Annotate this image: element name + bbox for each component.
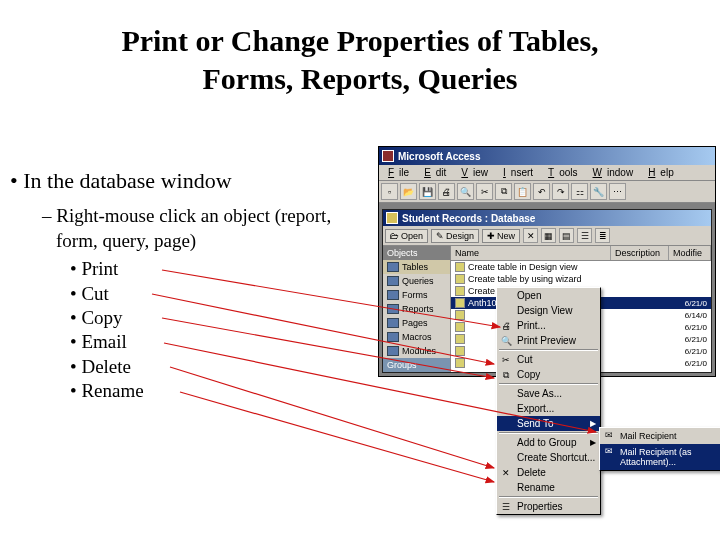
ctx-design-view[interactable]: Design View [497,303,600,318]
toolbar-undo-icon[interactable]: ↶ [533,183,550,200]
hdr-mod[interactable]: Modifie [669,246,711,260]
sendto-submenu: ✉Mail Recipient✉Mail Recipient (as Attac… [599,427,720,471]
sub-bullet-delete: Delete [70,355,370,379]
menu-icon [500,418,512,430]
menu-icon [500,452,512,464]
toolbar-copy-icon[interactable]: ⧉ [495,183,512,200]
toolbar-more-icon[interactable]: ⋯ [609,183,626,200]
db-design-button[interactable]: ✎ Design [431,229,479,243]
toolbar-print-icon[interactable]: 🖨 [438,183,455,200]
sub-dash: – Right-mouse click an object (report, f… [42,204,370,253]
database-titlebar: Student Records : Database [383,210,711,226]
obj-macros[interactable]: Macros [383,330,450,344]
ctx-send-to[interactable]: Send To▶ [497,416,600,431]
hdr-desc[interactable]: Description [611,246,669,260]
toolbar-redo-icon[interactable]: ↷ [552,183,569,200]
ctx-add-to-group[interactable]: Add to Group▶ [497,435,600,450]
app-titlebar: Microsoft Access [379,147,715,165]
menu-icon [500,290,512,302]
table-icon [455,274,465,284]
ctx-create-shortcut[interactable]: Create Shortcut... [497,450,600,465]
list-item[interactable]: Create table in Design view [451,261,711,273]
menu-icon [500,437,512,449]
table-icon [455,334,465,344]
toolbar-save-icon[interactable]: 💾 [419,183,436,200]
ctx-open[interactable]: Open [497,288,600,303]
queries-icon [387,276,399,286]
obj-queries[interactable]: Queries [383,274,450,288]
ctx-print-preview[interactable]: 🔍Print Preview [497,333,600,348]
db-icon [386,212,398,224]
menu-edit[interactable]: Edit [419,167,456,178]
forms-icon [387,290,399,300]
sub-bullet-print: Print [70,257,370,281]
menu-icon [500,482,512,494]
table-icon [455,298,465,308]
sub-bullet-cut: Cut [70,282,370,306]
bullet-main: In the database window [10,168,370,194]
ctx-rename[interactable]: Rename [497,480,600,495]
db-delete-icon[interactable]: ✕ [523,228,538,243]
db-view-list-icon[interactable]: ☰ [577,228,592,243]
toolbar-analyze-icon[interactable]: 🔧 [590,183,607,200]
svg-line-5 [180,392,494,482]
menu-insert[interactable]: Insert [498,167,543,178]
menu-window[interactable]: Window [588,167,644,178]
objects-panel: Objects Tables Queries Forms Reports Pag… [383,246,451,372]
db-toolbar: 🗁 Open ✎ Design ✚ New ✕ ▦ ▤ ☰ ≣ [383,226,711,246]
mail-icon: ✉ [603,430,615,442]
obj-forms[interactable]: Forms [383,288,450,302]
hdr-name[interactable]: Name [451,246,611,260]
toolbar-preview-icon[interactable]: 🔍 [457,183,474,200]
toolbar-new-icon[interactable]: ▫ [381,183,398,200]
db-new-button[interactable]: ✚ New [482,229,520,243]
sub-bullet-copy: Copy [70,306,370,330]
sendto-mail-recipient-as-attachment[interactable]: ✉Mail Recipient (as Attachment)... [600,444,720,470]
sub-block: – Right-mouse click an object (report, f… [42,204,370,403]
db-view-small-icon[interactable]: ▤ [559,228,574,243]
table-icon [455,286,465,296]
menu-icon [500,403,512,415]
obj-tables[interactable]: Tables [383,260,450,274]
menubar[interactable]: File Edit View Insert Tools Window Help [379,165,715,181]
sendto-mail-recipient[interactable]: ✉Mail Recipient [600,428,720,444]
ctx-cut[interactable]: ✂Cut [497,352,600,367]
obj-reports[interactable]: Reports [383,302,450,316]
table-icon [455,322,465,332]
db-open-button[interactable]: 🗁 Open [385,229,428,243]
menu-tools[interactable]: Tools [543,167,587,178]
sub-bullet-email: Email [70,330,370,354]
macros-icon [387,332,399,342]
ctx-delete[interactable]: ✕Delete [497,465,600,480]
submenu-arrow-icon: ▶ [590,419,596,428]
ctx-print[interactable]: 🖨Print... [497,318,600,333]
obj-modules[interactable]: Modules [383,344,450,358]
menu-icon: 🔍 [500,335,512,347]
obj-pages[interactable]: Pages [383,316,450,330]
pages-icon [387,318,399,328]
ctx-export[interactable]: Export... [497,401,600,416]
ctx-properties[interactable]: ☰Properties [497,499,600,514]
menu-file[interactable]: File [383,167,419,178]
list-item[interactable]: Create table by using wizard [451,273,711,285]
ctx-copy[interactable]: ⧉Copy [497,367,600,382]
toolbar-cut-icon[interactable]: ✂ [476,183,493,200]
menu-help[interactable]: Help [643,167,684,178]
objects-header: Objects [383,246,450,260]
modules-icon [387,346,399,356]
db-view-large-icon[interactable]: ▦ [541,228,556,243]
toolbar-relationships-icon[interactable]: ⚏ [571,183,588,200]
mail-icon: ✉ [603,446,615,458]
toolbar-open-icon[interactable]: 📂 [400,183,417,200]
menu-icon: ☰ [500,501,512,513]
access-app-window: Microsoft Access File Edit View Insert T… [378,146,716,377]
db-view-details-icon[interactable]: ≣ [595,228,610,243]
table-icon [455,346,465,356]
context-menu: OpenDesign View🖨Print...🔍Print Preview✂C… [496,287,601,515]
menu-icon: ⧉ [500,369,512,381]
menu-icon [500,388,512,400]
toolbar-paste-icon[interactable]: 📋 [514,183,531,200]
ctx-save-as[interactable]: Save As... [497,386,600,401]
menu-view[interactable]: View [456,167,498,178]
groups-header[interactable]: Groups [383,358,450,372]
